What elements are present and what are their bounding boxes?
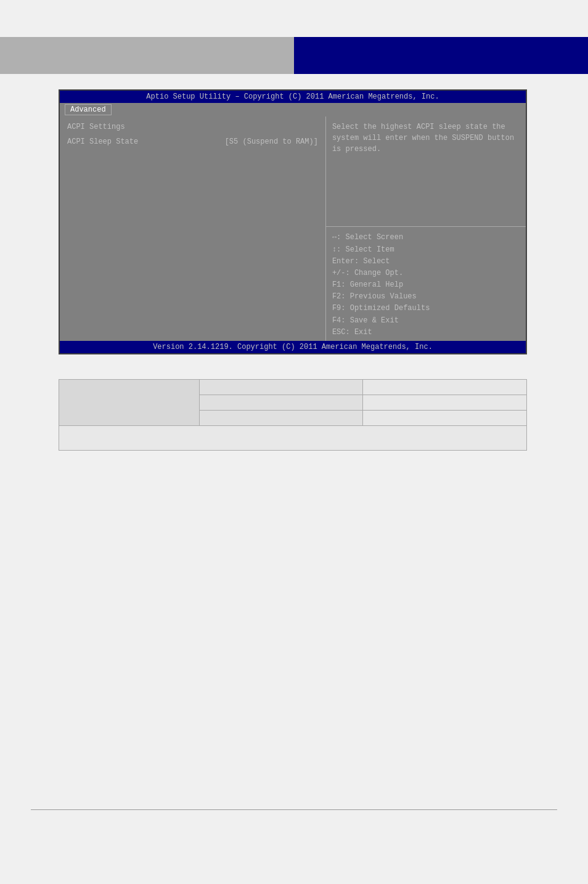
key-previous-values: F2: Previous Values <box>332 291 520 303</box>
bios-help-text: Select the highest ACPI sleep state the … <box>326 117 526 226</box>
table-cell-right-1 <box>363 380 527 395</box>
bios-version-bar: Version 2.14.1219. Copyright (C) 2011 Am… <box>60 341 526 353</box>
bios-tab-row: Advanced <box>60 103 526 117</box>
bios-left-panel: ACPI Settings ACPI Sleep State [S5 (Susp… <box>60 117 325 343</box>
key-change-opt: +/-: Change Opt. <box>332 268 520 279</box>
key-select-screen: ↔: Select Screen <box>332 232 520 244</box>
bios-sleep-state-value: [S5 (Suspend to RAM)] <box>225 137 318 146</box>
header-right-panel <box>294 37 588 74</box>
key-general-help: F1: General Help <box>332 279 520 291</box>
key-save-exit: F4: Save & Exit <box>332 315 520 327</box>
table-row <box>59 380 527 395</box>
bios-right-panel: Select the highest ACPI sleep state the … <box>325 117 526 343</box>
table-cell-mid-3 <box>199 411 363 426</box>
bios-sleep-state-label: ACPI Sleep State <box>67 137 138 146</box>
table-footer-row <box>59 426 527 451</box>
info-table <box>59 379 527 451</box>
bios-title: Aptio Setup Utility – Copyright (C) 2011… <box>60 91 526 103</box>
table-footer-cell <box>59 426 527 451</box>
key-optimized-defaults: F9: Optimized Defaults <box>332 303 520 314</box>
info-table-section <box>59 379 527 451</box>
bios-screen: Aptio Setup Utility – Copyright (C) 2011… <box>59 89 527 354</box>
top-header <box>0 37 588 74</box>
key-select-item: ↕: Select Item <box>332 244 520 256</box>
key-enter: Enter: Select <box>332 256 520 268</box>
bottom-divider <box>31 809 557 810</box>
key-esc-exit: ESC: Exit <box>332 327 520 338</box>
bios-section-title: ACPI Settings <box>67 123 318 131</box>
bios-key-help: ↔: Select Screen ↕: Select Item Enter: S… <box>326 227 526 343</box>
table-cell-mid-2 <box>199 395 363 411</box>
table-cell-right-2 <box>363 395 527 411</box>
bios-main-area: ACPI Settings ACPI Sleep State [S5 (Susp… <box>60 117 526 343</box>
table-cell-mid-1 <box>199 380 363 395</box>
header-left-panel <box>0 37 294 74</box>
bios-tab-advanced[interactable]: Advanced <box>65 104 112 115</box>
table-cell-left-main <box>59 380 200 426</box>
bios-sleep-state-row[interactable]: ACPI Sleep State [S5 (Suspend to RAM)] <box>67 137 318 146</box>
table-cell-right-3 <box>363 411 527 426</box>
